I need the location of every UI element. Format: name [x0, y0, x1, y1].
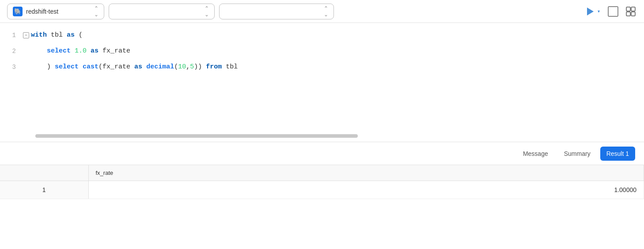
svg-rect-0 [626, 7, 630, 11]
code-content: 1 − with tbl as ( 2 select 1.0 as fx_rat… [0, 23, 644, 79]
fold-button-1[interactable]: − [23, 32, 29, 38]
code-line-3: 3 ) select cast(fx_rate as decimal(10,5)… [0, 59, 644, 75]
tab-summary[interactable]: Summary [558, 147, 597, 161]
stop-button[interactable] [608, 6, 618, 17]
results-table-head: fx_rate [0, 165, 644, 181]
results-tabs-bar: Message Summary Result 1 [0, 142, 644, 165]
results-table-body: 1 1.00000 [0, 181, 644, 199]
connection-arrow-icon: ⌃⌄ [94, 5, 98, 18]
layout-button[interactable] [625, 5, 637, 18]
results-table: fx_rate 1 1.00000 [0, 165, 644, 199]
table-arrow-icon: ⌃⌄ [324, 5, 328, 18]
connection-selector[interactable]: 🐘 redshift-test ⌃⌄ [7, 4, 104, 19]
db-icon: 🐘 [13, 7, 23, 16]
editor-scrollbar[interactable] [35, 134, 644, 138]
column-header-fx_rate: fx_rate [88, 165, 644, 181]
editor-area[interactable]: 1 − with tbl as ( 2 select 1.0 as fx_rat… [0, 23, 644, 142]
svg-rect-2 [626, 12, 630, 16]
line-number-1: 1 [0, 27, 23, 43]
run-triangle-icon [587, 8, 594, 15]
line-number-2: 2 [0, 43, 23, 59]
svg-rect-1 [631, 7, 635, 11]
code-line-3-text: ) select cast(fx_rate as decimal(10,5)) … [31, 59, 238, 75]
code-line-1-text: with tbl as ( [31, 27, 83, 43]
connection-name: redshift-test [26, 8, 91, 15]
table-selector[interactable]: ⌃⌄ [219, 4, 334, 19]
row-number-header [0, 165, 88, 181]
code-line-2: 2 select 1.0 as fx_rate [0, 43, 644, 59]
run-button[interactable]: ▾ [582, 4, 602, 19]
code-line-1: 1 − with tbl as ( [0, 27, 644, 43]
schema-selector[interactable]: ⌃⌄ [109, 4, 215, 19]
tab-message[interactable]: Message [517, 147, 554, 161]
table-row: 1 1.00000 [0, 181, 644, 199]
run-dropdown-icon: ▾ [598, 9, 600, 14]
scrollbar-thumb[interactable] [35, 134, 358, 138]
run-icon [584, 5, 596, 18]
scrollbar-track [35, 134, 644, 138]
toolbar: 🐘 redshift-test ⌃⌄ ⌃⌄ ⌃⌄ ▾ [0, 0, 644, 23]
results-area[interactable]: fx_rate 1 1.00000 [0, 165, 644, 249]
layout-icon [625, 6, 636, 17]
schema-arrow-icon: ⌃⌄ [205, 5, 209, 18]
tab-result1[interactable]: Result 1 [600, 147, 635, 161]
results-header-row: fx_rate [0, 165, 644, 181]
code-line-2-text: select 1.0 as fx_rate [31, 43, 130, 59]
row-number-1: 1 [0, 181, 88, 199]
cell-fx_rate-1: 1.00000 [88, 181, 644, 199]
svg-rect-3 [631, 12, 635, 16]
line-number-3: 3 [0, 59, 23, 75]
